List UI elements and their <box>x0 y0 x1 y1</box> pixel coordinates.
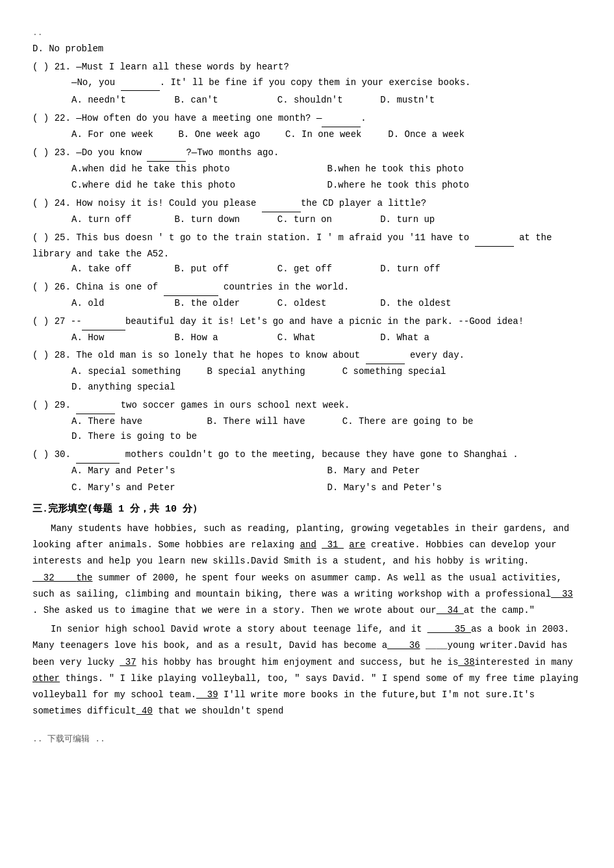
and-keyword: and <box>300 539 316 550</box>
q26-optD: D. the oldest <box>380 296 458 312</box>
q21-optB: B. can't <box>174 93 252 108</box>
q21-blank <box>121 75 160 92</box>
q28-stem: The old man is so lonely that he hopes t… <box>76 350 465 360</box>
q22-optD: D. Once a week <box>388 127 466 143</box>
q28-options: A. special something B special anything … <box>71 364 582 395</box>
blank-31: _31_ <box>322 539 344 550</box>
footer-dots: .. 下载可编辑 .. <box>32 732 582 747</box>
blank-40: _40 <box>136 706 153 716</box>
blank-35: _____35 <box>428 624 471 634</box>
question-29: ( ) 29. two soccer games in ours school … <box>32 398 582 445</box>
blank-37: _37 <box>120 657 136 667</box>
q24-options: A. turn off B. turn down C. turn on D. t… <box>71 212 582 228</box>
question-23: ( ) 23. —Do you know ?—Two months ago. A… <box>32 145 582 193</box>
q29-optB: B. There will have <box>207 414 324 430</box>
q26-stem-line: ( ) 26. China is one of countries in the… <box>32 280 582 296</box>
q27-optC: C. What <box>277 330 355 346</box>
q23-optC: C.where did he take this photo <box>71 178 326 193</box>
question-30: ( ) 30. mothers couldn't go to the meeti… <box>32 447 582 495</box>
q29-stem-line: ( ) 29. two soccer games in ours school … <box>32 398 582 414</box>
q29-bracket: ( ) <box>32 400 49 410</box>
blank-36: ____36 <box>387 640 420 651</box>
q23-bracket: ( ) <box>32 147 49 158</box>
q30-optB: B. Mary and Peter <box>327 464 582 479</box>
q25-num: 25. <box>55 232 71 243</box>
q28-stem-line: ( ) 28. The old man is so lonely that he… <box>32 348 582 364</box>
q27-bracket: ( ) <box>32 316 49 327</box>
q23-stem: —Do you know ?—Two months ago. <box>76 147 279 158</box>
q29-optC: C. There are going to be <box>342 414 474 430</box>
q29-options: A. There have B. There will have C. Ther… <box>71 414 582 445</box>
q24-optC: C. turn on <box>277 212 355 228</box>
blank-32: __32____ <box>32 573 76 583</box>
q24-optB: B. turn down <box>174 212 252 228</box>
line-d-text: D. No problem <box>32 43 103 54</box>
q28-bracket: ( ) <box>32 350 49 360</box>
q28-optA: A. special something <box>71 364 188 380</box>
q26-options: A. old B. the older C. oldest D. the old… <box>71 296 582 312</box>
q26-optC: C. oldest <box>277 296 355 312</box>
q30-stem-line: ( ) 30. mothers couldn't go to the meeti… <box>32 447 582 464</box>
question-28: ( ) 28. The old man is so lonely that he… <box>32 348 582 395</box>
section3-para1: Many students have hobbies, such as read… <box>32 521 582 619</box>
q24-bracket: ( ) <box>32 198 49 208</box>
q27-optB: B. How a <box>174 330 252 346</box>
q28-num: 28. <box>55 350 77 360</box>
the-keyword: the <box>76 573 92 583</box>
q22-options: A. For one week B. One week ago C. In on… <box>71 127 582 143</box>
q30-optA: A. Mary and Peter's <box>71 464 326 479</box>
q27-stem-line: ( ) 27 -- beautiful day it is! Let's go … <box>32 314 582 330</box>
q24-stem: How noisy it is! Could you please the CD… <box>76 198 426 208</box>
q24-num: 24. <box>55 198 77 208</box>
q29-optA: A. There have <box>71 414 188 430</box>
q25-stem: This bus doesn ' t go to the train stati… <box>32 232 552 259</box>
q29-stem: two soccer games in ours school next wee… <box>76 400 350 410</box>
q29-num: 29. <box>55 400 77 410</box>
line-d: D. No problem <box>32 42 582 57</box>
q21-num: 21. <box>55 62 77 72</box>
q22-bracket: ( ) <box>32 113 49 123</box>
section3-para2: In senior high school David wrote a stor… <box>32 621 582 719</box>
q21-optD: D. mustn't <box>380 93 458 108</box>
q22-optC: C. In one week <box>285 127 363 143</box>
q27-optA: A. How <box>71 330 149 346</box>
q24-optD: D. turn up <box>380 212 458 228</box>
blank-38: _38 <box>458 657 474 667</box>
other-keyword: other <box>32 673 60 684</box>
q26-optA: A. old <box>71 296 149 312</box>
q22-stem-line: ( ) 22. —How often do you have a meeting… <box>32 111 582 127</box>
question-22: ( ) 22. —How often do you have a meeting… <box>32 111 582 143</box>
blank-34: __34 <box>437 605 464 615</box>
q29-optD: D. There is going to be <box>71 429 197 445</box>
q21-optA: A. needn't <box>71 93 149 108</box>
q30-optC: C. Mary's and Peter <box>71 480 326 496</box>
q25-stem-line: ( ) 25. This bus doesn ' t go to the tra… <box>32 230 582 262</box>
question-26: ( ) 26. China is one of countries in the… <box>32 280 582 312</box>
question-21: ( ) 21. —Must I learn all these words by… <box>32 60 582 108</box>
q27-options: A. How B. How a C. What D. What a <box>71 330 582 346</box>
question-24: ( ) 24. How noisy it is! Could you pleas… <box>32 196 582 228</box>
q30-options: A. Mary and Peter's B. Mary and Peter C.… <box>71 464 582 496</box>
q30-num: 30. <box>55 449 77 460</box>
are-keyword: are <box>349 539 365 550</box>
q27-optD: D. What a <box>380 330 458 346</box>
q21-bracket-num: ( ) 21. —Must I learn all these words by… <box>32 60 582 75</box>
q28-optD: D. anything special <box>71 380 188 395</box>
q25-optB: B. put off <box>174 262 252 277</box>
q26-optB: B. the older <box>174 296 252 312</box>
q26-stem: China is one of countries in the world. <box>76 282 349 292</box>
blank-39: __39 <box>196 689 218 700</box>
blank-33: __33 <box>551 589 573 599</box>
q30-stem: mothers couldn't go to the meeting, beca… <box>76 449 518 460</box>
question-27: ( ) 27 -- beautiful day it is! Let's go … <box>32 314 582 346</box>
q28-optB: B special anything <box>207 364 324 380</box>
page-content: .. D. No problem ( ) 21. —Must I learn a… <box>32 26 582 747</box>
q23-stem-line: ( ) 23. —Do you know ?—Two months ago. <box>32 145 582 162</box>
q27-num: 27 <box>55 316 71 327</box>
q25-bracket: ( ) <box>32 232 49 243</box>
q21-bracket: ( ) <box>32 62 49 72</box>
q21-optC: C. shouldn't <box>277 93 355 108</box>
top-dots: .. <box>32 26 582 40</box>
q23-optB: B.when he took this photo <box>327 162 582 177</box>
q25-optD: D. turn off <box>380 262 458 277</box>
